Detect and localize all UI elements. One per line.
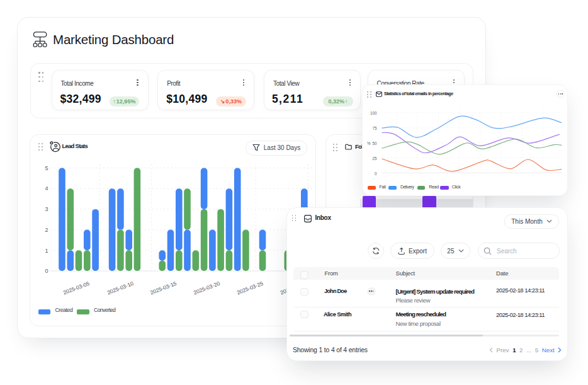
svg-text:4: 4 <box>45 185 48 192</box>
svg-text:0: 0 <box>375 171 377 176</box>
svg-text:5: 5 <box>45 165 48 171</box>
svg-text:0: 0 <box>45 268 48 274</box>
svg-text:25: 25 <box>372 156 377 161</box>
svg-text:2025-03-25: 2025-03-25 <box>236 280 264 296</box>
svg-text:3: 3 <box>45 206 48 212</box>
svg-text:75: 75 <box>372 126 377 130</box>
svg-text:2: 2 <box>45 227 48 233</box>
svg-text:2025-03-05: 2025-03-05 <box>62 280 91 296</box>
svg-text:50: 50 <box>372 141 377 146</box>
svg-text:2025-03-20: 2025-03-20 <box>193 280 221 296</box>
svg-text:2025-03-10: 2025-03-10 <box>106 280 135 296</box>
svg-text:2025-03-15: 2025-03-15 <box>149 280 178 296</box>
svg-text:100: 100 <box>370 111 377 115</box>
svg-text:1: 1 <box>45 248 48 254</box>
svg-text:%: % <box>367 141 371 146</box>
